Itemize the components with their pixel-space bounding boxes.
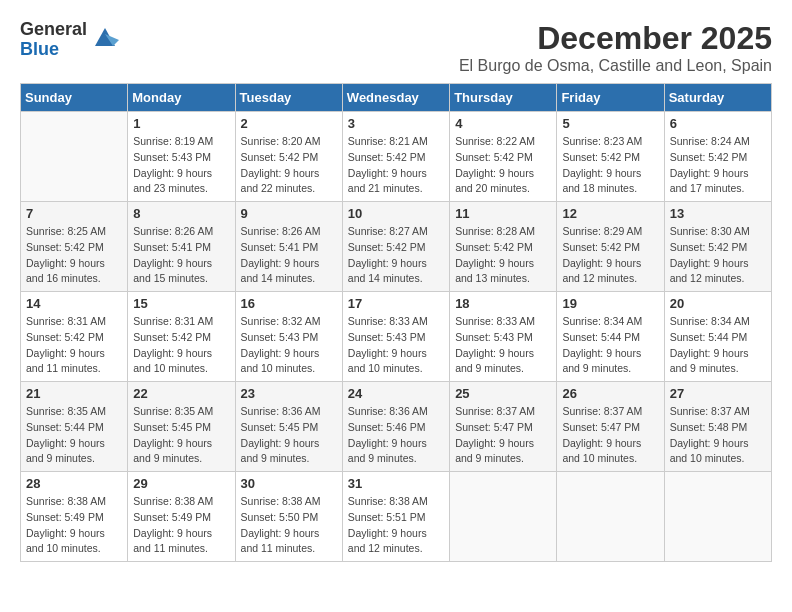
day-number: 7 [26,206,122,221]
weekday-header-saturday: Saturday [664,84,771,112]
logo: General Blue [20,20,119,60]
calendar-cell: 31Sunrise: 8:38 AM Sunset: 5:51 PM Dayli… [342,472,449,562]
day-info: Sunrise: 8:26 AM Sunset: 5:41 PM Dayligh… [241,224,337,287]
calendar-week-row: 7Sunrise: 8:25 AM Sunset: 5:42 PM Daylig… [21,202,772,292]
day-info: Sunrise: 8:34 AM Sunset: 5:44 PM Dayligh… [562,314,658,377]
day-number: 8 [133,206,229,221]
day-info: Sunrise: 8:34 AM Sunset: 5:44 PM Dayligh… [670,314,766,377]
day-number: 21 [26,386,122,401]
day-info: Sunrise: 8:31 AM Sunset: 5:42 PM Dayligh… [26,314,122,377]
day-number: 9 [241,206,337,221]
calendar-cell: 10Sunrise: 8:27 AM Sunset: 5:42 PM Dayli… [342,202,449,292]
calendar-cell: 28Sunrise: 8:38 AM Sunset: 5:49 PM Dayli… [21,472,128,562]
day-number: 20 [670,296,766,311]
month-title: December 2025 [459,20,772,57]
calendar-cell: 19Sunrise: 8:34 AM Sunset: 5:44 PM Dayli… [557,292,664,382]
day-info: Sunrise: 8:29 AM Sunset: 5:42 PM Dayligh… [562,224,658,287]
day-info: Sunrise: 8:24 AM Sunset: 5:42 PM Dayligh… [670,134,766,197]
day-info: Sunrise: 8:36 AM Sunset: 5:46 PM Dayligh… [348,404,444,467]
calendar-cell: 4Sunrise: 8:22 AM Sunset: 5:42 PM Daylig… [450,112,557,202]
calendar-cell: 25Sunrise: 8:37 AM Sunset: 5:47 PM Dayli… [450,382,557,472]
calendar-cell: 2Sunrise: 8:20 AM Sunset: 5:42 PM Daylig… [235,112,342,202]
day-info: Sunrise: 8:23 AM Sunset: 5:42 PM Dayligh… [562,134,658,197]
day-number: 18 [455,296,551,311]
day-number: 13 [670,206,766,221]
calendar-cell: 17Sunrise: 8:33 AM Sunset: 5:43 PM Dayli… [342,292,449,382]
day-info: Sunrise: 8:38 AM Sunset: 5:51 PM Dayligh… [348,494,444,557]
day-number: 26 [562,386,658,401]
day-info: Sunrise: 8:22 AM Sunset: 5:42 PM Dayligh… [455,134,551,197]
calendar-cell: 3Sunrise: 8:21 AM Sunset: 5:42 PM Daylig… [342,112,449,202]
calendar-cell: 7Sunrise: 8:25 AM Sunset: 5:42 PM Daylig… [21,202,128,292]
calendar-cell: 20Sunrise: 8:34 AM Sunset: 5:44 PM Dayli… [664,292,771,382]
calendar-cell [21,112,128,202]
day-number: 25 [455,386,551,401]
day-number: 28 [26,476,122,491]
day-number: 6 [670,116,766,131]
calendar-cell [557,472,664,562]
calendar-cell: 1Sunrise: 8:19 AM Sunset: 5:43 PM Daylig… [128,112,235,202]
calendar-cell: 30Sunrise: 8:38 AM Sunset: 5:50 PM Dayli… [235,472,342,562]
weekday-header-row: SundayMondayTuesdayWednesdayThursdayFrid… [21,84,772,112]
calendar-cell [450,472,557,562]
calendar-cell: 13Sunrise: 8:30 AM Sunset: 5:42 PM Dayli… [664,202,771,292]
day-number: 5 [562,116,658,131]
day-number: 29 [133,476,229,491]
calendar-cell: 29Sunrise: 8:38 AM Sunset: 5:49 PM Dayli… [128,472,235,562]
logo-blue-text: Blue [20,40,87,60]
day-info: Sunrise: 8:26 AM Sunset: 5:41 PM Dayligh… [133,224,229,287]
day-info: Sunrise: 8:38 AM Sunset: 5:50 PM Dayligh… [241,494,337,557]
day-number: 24 [348,386,444,401]
day-number: 10 [348,206,444,221]
day-number: 30 [241,476,337,491]
calendar-cell: 9Sunrise: 8:26 AM Sunset: 5:41 PM Daylig… [235,202,342,292]
day-info: Sunrise: 8:36 AM Sunset: 5:45 PM Dayligh… [241,404,337,467]
location-title: El Burgo de Osma, Castille and Leon, Spa… [459,57,772,75]
weekday-header-wednesday: Wednesday [342,84,449,112]
calendar-cell [664,472,771,562]
calendar-table: SundayMondayTuesdayWednesdayThursdayFrid… [20,83,772,562]
weekday-header-friday: Friday [557,84,664,112]
day-number: 4 [455,116,551,131]
day-info: Sunrise: 8:30 AM Sunset: 5:42 PM Dayligh… [670,224,766,287]
calendar-cell: 22Sunrise: 8:35 AM Sunset: 5:45 PM Dayli… [128,382,235,472]
day-info: Sunrise: 8:33 AM Sunset: 5:43 PM Dayligh… [348,314,444,377]
day-info: Sunrise: 8:28 AM Sunset: 5:42 PM Dayligh… [455,224,551,287]
day-info: Sunrise: 8:35 AM Sunset: 5:45 PM Dayligh… [133,404,229,467]
day-number: 14 [26,296,122,311]
day-number: 19 [562,296,658,311]
calendar-cell: 27Sunrise: 8:37 AM Sunset: 5:48 PM Dayli… [664,382,771,472]
calendar-cell: 8Sunrise: 8:26 AM Sunset: 5:41 PM Daylig… [128,202,235,292]
day-number: 15 [133,296,229,311]
calendar-cell: 24Sunrise: 8:36 AM Sunset: 5:46 PM Dayli… [342,382,449,472]
day-number: 11 [455,206,551,221]
calendar-week-row: 28Sunrise: 8:38 AM Sunset: 5:49 PM Dayli… [21,472,772,562]
day-info: Sunrise: 8:20 AM Sunset: 5:42 PM Dayligh… [241,134,337,197]
logo-icon [91,24,119,52]
calendar-cell: 14Sunrise: 8:31 AM Sunset: 5:42 PM Dayli… [21,292,128,382]
calendar-week-row: 14Sunrise: 8:31 AM Sunset: 5:42 PM Dayli… [21,292,772,382]
day-number: 27 [670,386,766,401]
calendar-cell: 5Sunrise: 8:23 AM Sunset: 5:42 PM Daylig… [557,112,664,202]
day-info: Sunrise: 8:35 AM Sunset: 5:44 PM Dayligh… [26,404,122,467]
calendar-cell: 12Sunrise: 8:29 AM Sunset: 5:42 PM Dayli… [557,202,664,292]
logo-general-text: General [20,20,87,40]
calendar-week-row: 21Sunrise: 8:35 AM Sunset: 5:44 PM Dayli… [21,382,772,472]
day-info: Sunrise: 8:21 AM Sunset: 5:42 PM Dayligh… [348,134,444,197]
day-info: Sunrise: 8:38 AM Sunset: 5:49 PM Dayligh… [133,494,229,557]
day-info: Sunrise: 8:33 AM Sunset: 5:43 PM Dayligh… [455,314,551,377]
day-number: 12 [562,206,658,221]
day-info: Sunrise: 8:27 AM Sunset: 5:42 PM Dayligh… [348,224,444,287]
day-number: 16 [241,296,337,311]
day-info: Sunrise: 8:19 AM Sunset: 5:43 PM Dayligh… [133,134,229,197]
calendar-cell: 11Sunrise: 8:28 AM Sunset: 5:42 PM Dayli… [450,202,557,292]
day-number: 17 [348,296,444,311]
weekday-header-tuesday: Tuesday [235,84,342,112]
day-number: 31 [348,476,444,491]
calendar-cell: 16Sunrise: 8:32 AM Sunset: 5:43 PM Dayli… [235,292,342,382]
calendar-cell: 26Sunrise: 8:37 AM Sunset: 5:47 PM Dayli… [557,382,664,472]
weekday-header-sunday: Sunday [21,84,128,112]
calendar-week-row: 1Sunrise: 8:19 AM Sunset: 5:43 PM Daylig… [21,112,772,202]
calendar-cell: 23Sunrise: 8:36 AM Sunset: 5:45 PM Dayli… [235,382,342,472]
calendar-cell: 6Sunrise: 8:24 AM Sunset: 5:42 PM Daylig… [664,112,771,202]
